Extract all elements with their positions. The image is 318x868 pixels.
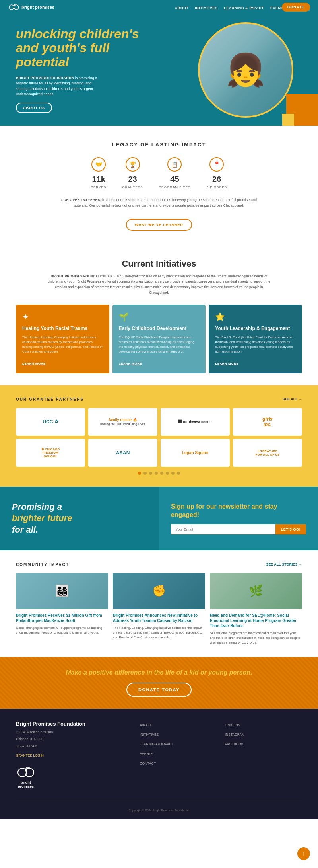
nav-learning[interactable]: LEARNING & IMPACT: [224, 6, 264, 10]
dot-8[interactable]: [177, 472, 180, 475]
hero-left: unlocking children's and youth's full po…: [0, 14, 173, 126]
footer: Bright Promises Foundation 200 W Madison…: [0, 709, 318, 819]
dot-1[interactable]: [138, 472, 141, 475]
nav-donate-button[interactable]: DONATE: [282, 3, 310, 12]
community-card-title-1[interactable]: Bright Promises Receives $1 Million Gift…: [16, 613, 108, 623]
dot-2[interactable]: [143, 472, 147, 475]
newsletter-email-input[interactable]: [171, 524, 275, 534]
hero-yellow-accent: [282, 114, 294, 126]
footer-grantee-login[interactable]: GRANTEE LOGIN: [16, 753, 44, 757]
footer-nav-col2: LINKEDIN INSTAGRAM FACEBOOK: [225, 721, 302, 789]
initiatives-grid: ✦ Healing Youth Racial Trauma The Healin…: [16, 305, 302, 373]
grantee-logo-northwest: 🅽 northwest center: [178, 420, 212, 424]
initiative-title-2: Early Childhood Development: [119, 326, 200, 332]
initiative-icon-3: ⭐: [215, 312, 296, 322]
what-learned-button[interactable]: WHAT WE'VE LEARNED: [126, 219, 192, 231]
footer-link-linkedin[interactable]: LINKEDIN: [225, 723, 240, 727]
newsletter-left: Promising a brighter future for all.: [0, 487, 159, 550]
initiatives-section: Current Initiatives BRIGHT PROMISES FOUN…: [0, 243, 318, 385]
dot-3[interactable]: [149, 472, 152, 475]
community-card-2: ✊ Bright Promises Announces New Initiati…: [113, 573, 205, 645]
nav-about[interactable]: ABOUT: [175, 6, 189, 10]
community-card-desc-1: Game-changing investment will support pr…: [16, 626, 108, 635]
grantee-section: OUR GRANTEE PARTNERS SEE ALL → UCC ✡ fam…: [0, 385, 318, 487]
nav-initiatives[interactable]: INITIATIVES: [195, 6, 217, 10]
grantee-card-northwest[interactable]: 🅽 northwest center: [161, 408, 230, 436]
initiative-title-3: Youth Leadership & Engagement: [215, 326, 296, 332]
footer-link-initiatives[interactable]: INITIATIVES: [140, 733, 159, 737]
stat-number-grantees: 23: [128, 175, 137, 184]
newsletter-submit-button[interactable]: LET'S GO!: [275, 524, 306, 534]
footer-phone: 312-704-8260: [16, 744, 132, 749]
newsletter-right: Sign up for our newsletter and stay enga…: [159, 487, 318, 550]
community-image-1: 👨‍👩‍👧‍👦: [16, 573, 108, 609]
initiative-card-3: ⭐ Youth Leadership & Engagement The F.A.…: [209, 305, 302, 373]
nav-logo[interactable]: bright promises: [8, 2, 54, 12]
community-card-desc-3: SEL@Home programs are more essential tha…: [210, 631, 302, 645]
grantee-logo-family: family rescue 🔥Healing the Hurt. Rebuild…: [100, 418, 146, 426]
community-see-all[interactable]: SEE ALL STORIES →: [266, 562, 302, 566]
grantee-header: OUR GRANTEE PARTNERS SEE ALL →: [16, 397, 302, 402]
footer-link-facebook[interactable]: FACEBOOK: [225, 742, 244, 746]
community-grid: 👨‍👩‍👧‍👦 Bright Promises Receives $1 Mill…: [16, 573, 302, 645]
community-title: COMMUNITY IMPACT: [16, 562, 69, 567]
community-card-title-2[interactable]: Bright Promises Announces New Initiative…: [113, 613, 205, 623]
impact-section: LEGACY OF LASTING IMPACT 🤝 11k SERVED 🏆 …: [0, 126, 318, 243]
footer-top: Bright Promises Foundation 200 W Madison…: [16, 721, 302, 789]
grantee-card-girls[interactable]: girlsinc.: [233, 408, 302, 436]
dot-4[interactable]: [155, 472, 158, 475]
community-card-title-3[interactable]: Need and Demand for SEL@Home: Social Emo…: [210, 613, 302, 628]
stat-label-grantees: GRANTEES: [122, 185, 143, 189]
initiative-card-1: ✦ Healing Youth Racial Trauma The Healin…: [16, 305, 109, 373]
dot-5[interactable]: [160, 472, 163, 475]
cta-banner: Make a positive difference in the life o…: [0, 657, 318, 709]
footer-link-instagram[interactable]: INSTAGRAM: [225, 733, 245, 737]
footer-copyright: Copyright © 2024 Bright Promises Foundat…: [128, 809, 189, 812]
stat-icon-zipcodes: 📍: [209, 157, 224, 172]
hero-title: unlocking children's and youth's full po…: [16, 27, 161, 69]
grantee-grid: UCC ✡ family rescue 🔥Healing the Hurt. R…: [16, 408, 302, 467]
hero-about-button[interactable]: ABOUT US: [16, 103, 52, 113]
stat-icon-programs: 📋: [167, 157, 182, 172]
community-card-3: 🌿 Need and Demand for SEL@Home: Social E…: [210, 573, 302, 645]
stat-programs: 📋 45 PROGRAM SITES: [159, 157, 191, 189]
hero-section: unlocking children's and youth's full po…: [0, 14, 318, 126]
dot-7[interactable]: [171, 472, 175, 475]
initiative-link-3[interactable]: LEARN MORE: [215, 362, 238, 365]
initiative-title-1: Healing Youth Racial Trauma: [22, 326, 103, 332]
dot-6[interactable]: [166, 472, 169, 475]
footer-link-about[interactable]: ABOUT: [140, 723, 151, 727]
community-header: COMMUNITY IMPACT SEE ALL STORIES →: [16, 562, 302, 567]
grantee-see-all[interactable]: SEE ALL →: [283, 397, 302, 401]
stat-icon-served: 🤝: [91, 157, 106, 172]
stat-label-programs: PROGRAM SITES: [159, 185, 191, 189]
initiative-card-2: 🌱 Early Childhood Development The EQUIP …: [112, 305, 206, 373]
grantee-card-aaan[interactable]: AAAN: [88, 439, 157, 467]
initiative-link-1[interactable]: LEARN MORE: [22, 362, 46, 365]
stat-number-zipcodes: 26: [212, 175, 221, 184]
grantee-title: OUR GRANTEE PARTNERS: [16, 397, 84, 402]
footer-link-learning[interactable]: LEARNING & IMPACT: [140, 742, 173, 746]
initiative-desc-2: The EQUIP Early Childhood Program improv…: [119, 335, 200, 354]
community-card-1: 👨‍👩‍👧‍👦 Bright Promises Receives $1 Mill…: [16, 573, 108, 645]
navigation: bright promises ABOUT INITIATIVES LEARNI…: [0, 0, 318, 14]
stat-served: 🤝 11k SERVED: [91, 157, 107, 189]
grantee-card-literature[interactable]: LITERATUREFOR ALL OF US: [233, 439, 302, 467]
footer-link-events[interactable]: EVENTS: [140, 752, 153, 756]
cta-donate-button[interactable]: DONATE TODAY: [126, 683, 192, 697]
stat-label-served: SERVED: [91, 185, 107, 189]
newsletter-heading: Sign up for our newsletter and stay enga…: [171, 503, 306, 519]
initiative-link-2[interactable]: LEARN MORE: [119, 362, 142, 365]
grantee-card-logan[interactable]: Logan Square: [161, 439, 230, 467]
hero-right: [173, 14, 318, 126]
grantee-card-chicago[interactable]: ✿ CHICAGOFREEDOMSCHOOL: [16, 439, 85, 467]
stat-number-served: 11k: [92, 175, 105, 184]
stat-zipcodes: 📍 26 ZIP CODES: [206, 157, 227, 189]
footer-logo-area: brightpromises: [16, 765, 132, 789]
hero-description: BRIGHT PROMISES FOUNDATION is promising …: [16, 76, 103, 97]
stat-label-zipcodes: ZIP CODES: [206, 185, 227, 189]
footer-link-contact[interactable]: CONTACT: [140, 761, 155, 765]
grantee-card-ucc[interactable]: UCC ✡: [16, 408, 85, 436]
grantee-card-family[interactable]: family rescue 🔥Healing the Hurt. Rebuild…: [88, 408, 157, 436]
initiative-desc-3: The F.A.I.R. Fund (Iris Krieg Fund for F…: [215, 335, 296, 354]
